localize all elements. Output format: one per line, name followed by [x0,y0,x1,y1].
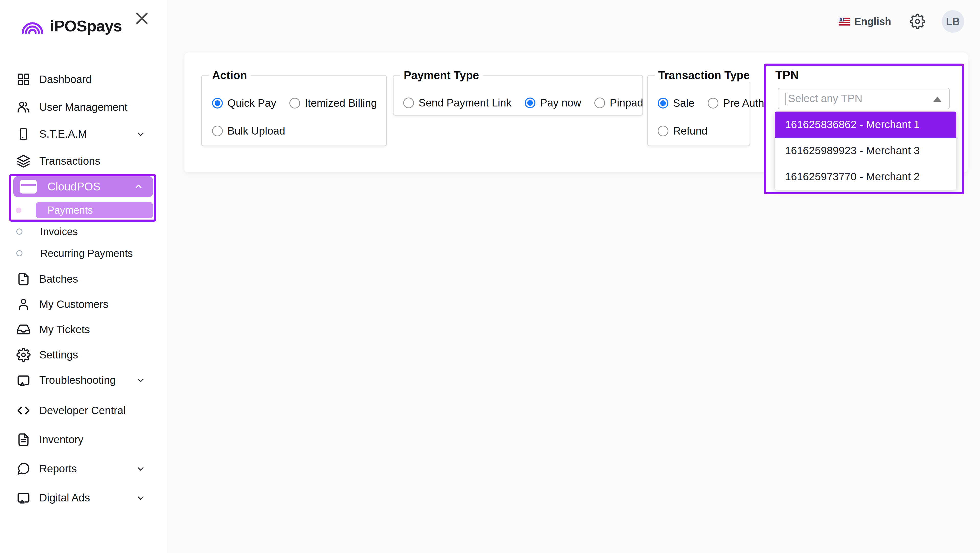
chevron-down-icon [135,374,146,386]
radio-refund[interactable]: Refund [658,125,708,137]
radio-circle-selected [212,98,223,108]
sidebar-item-label: Developer Central [39,405,126,417]
action-fieldset: Action Quick Pay Itemized Billing Bulk U… [201,75,387,146]
screen-share-icon [16,491,30,505]
sidebar-item-troubleshooting[interactable]: Troubleshooting [10,373,157,388]
radio-sale[interactable]: Sale [658,97,694,109]
user-icon [16,297,30,311]
radio-pre-auth[interactable]: Pre Auth [708,97,764,109]
tpn-label: TPN [775,68,799,82]
chevron-up-icon [133,181,145,193]
tpn-select-input[interactable]: Select any TPN [778,88,950,109]
sidebar-item-label: User Management [39,101,127,113]
sidebar-item-inventory[interactable]: Inventory [10,432,157,447]
sidebar-item-dashboard[interactable]: Dashboard [10,72,157,87]
sidebar-item-label: S.T.E.A.M [39,128,87,140]
sidebar: iPOSpays Dashboard User Management S.T.E… [0,0,167,553]
sidebar-item-digital-ads[interactable]: Digital Ads [10,490,157,505]
sidebar-item-my-tickets[interactable]: My Tickets [10,322,157,337]
file-text-icon [16,432,30,447]
sidebar-item-steam[interactable]: S.T.E.A.M [10,126,157,142]
rainbow-logo-icon [21,18,45,35]
chevron-down-icon [135,492,146,504]
sidebar-item-label: Transactions [39,155,100,167]
radio-circle [594,97,605,108]
code-icon [16,403,30,418]
radio-circle-selected [658,98,668,108]
sidebar-item-reports[interactable]: Reports [10,461,157,477]
radio-quick-pay[interactable]: Quick Pay [212,97,276,109]
tpn-option-merchant-3[interactable]: 161625989923 - Merchant 3 [775,138,956,164]
active-sub-item-bullet [16,207,21,213]
sidebar-item-label: Reports [39,463,77,475]
tpn-panel: TPN Select any TPN 161625836862 - Mercha… [764,64,964,194]
avatar[interactable]: LB [942,10,964,33]
sidebar-item-label: Inventory [39,433,83,446]
brand-name: iPOSpays [50,17,122,35]
sidebar-item-label: Troubleshooting [39,374,116,386]
sidebar-item-label: My Customers [39,298,108,311]
radio-circle [290,98,300,108]
sidebar-item-label: Payments [48,204,93,216]
credit-card-icon [20,180,37,193]
radio-bulk-upload[interactable]: Bulk Upload [212,125,285,137]
us-flag-icon [838,18,850,25]
radio-pay-now[interactable]: Pay now [525,97,581,109]
transaction-type-fieldset: Transaction Type Sale Pre Auth Refund [647,75,750,146]
sidebar-item-label: My Tickets [39,324,90,336]
sidebar-item-invoices[interactable]: Invoices [10,220,157,243]
sidebar-item-cloudpos[interactable]: CloudPOS [13,176,153,197]
sidebar-item-user-management[interactable]: User Management [10,100,157,115]
tpn-dropdown-list: 161625836862 - Merchant 1 161625989923 -… [775,111,956,190]
radio-circle-selected [525,97,535,108]
radio-pinpad[interactable]: Pinpad [594,97,643,109]
radio-circle [708,98,718,108]
tpn-placeholder: Select any TPN [788,92,862,105]
tpn-option-merchant-1[interactable]: 161625836862 - Merchant 1 [775,112,956,138]
action-legend: Action [208,69,251,82]
dashboard-icon [16,72,30,86]
chevron-down-icon [135,128,146,140]
language-selector[interactable]: English [854,16,891,27]
sidebar-item-my-customers[interactable]: My Customers [10,296,157,312]
transaction-type-legend: Transaction Type [655,69,753,82]
inbox-icon [16,322,30,337]
sidebar-item-recurring-payments[interactable]: Recurring Payments [10,242,157,265]
radio-circle [403,97,414,108]
settings-gear-icon[interactable] [910,14,925,29]
gear-icon [16,348,30,362]
radio-circle [212,126,223,136]
caret-up-icon [933,97,942,102]
layers-icon [16,154,30,168]
sidebar-item-transactions[interactable]: Transactions [10,153,157,169]
tpn-option-merchant-2[interactable]: 161625973770 - Merchant 2 [775,164,956,190]
chevron-down-icon [135,463,146,475]
sidebar-item-settings[interactable]: Settings [10,347,157,363]
users-icon [16,100,30,115]
text-cursor [786,93,786,105]
header-actions: English LB [838,10,964,33]
sub-item-bullet [16,250,22,257]
screen-share-icon [16,373,30,387]
radio-send-payment-link[interactable]: Send Payment Link [403,97,511,109]
brand-logo: iPOSpays [21,17,122,35]
sidebar-item-label: Dashboard [39,73,92,86]
sidebar-item-label: Batches [39,273,78,285]
sidebar-item-label: Invoices [40,226,78,237]
sub-item-bullet [16,228,22,234]
smartphone-icon [16,127,30,141]
sidebar-item-batches[interactable]: Batches [10,271,157,287]
radio-circle [658,126,668,136]
sidebar-item-label: Digital Ads [39,492,90,504]
sidebar-item-payments[interactable]: Payments [36,202,153,218]
sidebar-item-developer-central[interactable]: Developer Central [10,403,157,418]
payment-type-legend: Payment Type [400,69,483,82]
close-icon[interactable] [134,10,150,27]
radio-itemized-billing[interactable]: Itemized Billing [290,97,377,109]
sidebar-item-label: Settings [39,349,78,361]
sidebar-item-label: Recurring Payments [40,248,133,259]
file-minus-icon [16,272,30,286]
sidebar-item-label: CloudPOS [48,180,100,193]
payment-type-fieldset: Payment Type Send Payment Link Pay now P… [393,75,643,116]
chat-bubble-icon [16,462,30,476]
